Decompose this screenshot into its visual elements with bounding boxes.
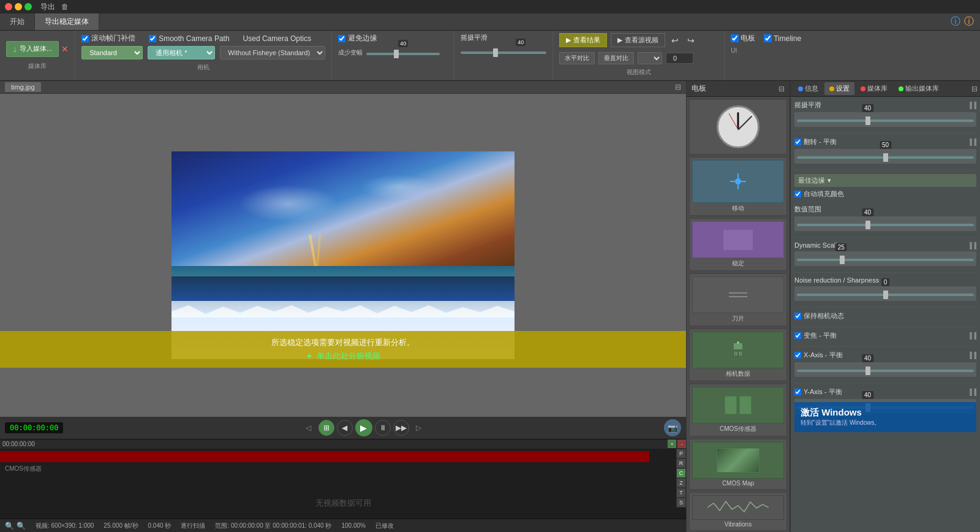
letter-r[interactable]: R — [676, 458, 686, 468]
zoom-in-icon[interactable]: 🔍 — [17, 522, 26, 530]
standard-dropdown[interactable]: Standard — [81, 46, 143, 59]
x-axis-icon[interactable]: ▐▐ — [968, 352, 976, 359]
electric-item-camera-data[interactable]: 0 0 相机数据 — [689, 329, 787, 381]
camera-snapshot-button[interactable]: 📷 — [664, 419, 681, 436]
timeline-checkbox[interactable] — [764, 34, 772, 42]
bookmark-button[interactable]: ⊞ — [318, 420, 334, 436]
info-icon[interactable]: ⓘ — [964, 15, 974, 28]
zoom-out-icon[interactable]: 🔍 — [5, 522, 14, 530]
close-import-icon[interactable]: ✕ — [61, 44, 69, 54]
avoid-edges-checkbox[interactable] — [338, 35, 345, 42]
letter-p[interactable]: P — [676, 449, 686, 458]
analyze-video-button[interactable]: ✦ 单击此处分析视频 — [12, 351, 674, 362]
setting-keep-camera-motion: 保持相机动态 — [794, 311, 976, 321]
universal-camera-dropdown[interactable]: 通用相机 * — [148, 46, 215, 59]
electric-item-cmos-map[interactable]: CMOS Map — [689, 439, 787, 490]
undo-button[interactable]: ↩ — [669, 34, 681, 47]
letter-s[interactable]: S — [676, 498, 686, 507]
vertical-compare-button[interactable]: 垂直对比 — [598, 52, 634, 64]
cmos-display — [692, 387, 784, 424]
tab-info[interactable]: 信息 — [793, 82, 823, 95]
tab-start[interactable]: 开始 — [0, 13, 35, 30]
auto-fill-checkbox[interactable] — [794, 191, 801, 197]
rotation-balance-icon[interactable]: ▐▐ — [968, 139, 976, 145]
letter-c[interactable]: C — [676, 468, 686, 478]
electric-item-cmos[interactable]: CMOS传感器 — [689, 384, 787, 436]
electric-panel-minimize[interactable]: ⊟ — [778, 85, 785, 93]
rotate-input[interactable] — [666, 53, 693, 64]
electric-item-stabilize[interactable]: 稳定 — [689, 218, 787, 271]
best-border-header[interactable]: 最佳边缘 ▾ — [794, 174, 976, 187]
view-mode-label: 视图模式 — [559, 68, 718, 77]
rotation-balance-range[interactable] — [797, 156, 974, 159]
roll-compensation-checkbox[interactable] — [81, 35, 89, 42]
dynamic-scaling-range[interactable] — [797, 259, 974, 261]
timeline-remove-button[interactable]: - — [677, 439, 686, 448]
electric-item-blade[interactable]: 刀片 — [689, 273, 787, 326]
setting-auto-fill: 自动填充颜色 — [794, 189, 976, 199]
zoom-balance-icon[interactable]: ▐▐ — [968, 332, 976, 339]
dot-minimize[interactable] — [15, 3, 22, 10]
timeline-add-button[interactable]: + — [668, 439, 676, 448]
y-axis-icon[interactable]: ▐▐ — [968, 389, 976, 395]
play-button[interactable]: ▶ — [355, 419, 372, 436]
prev-button[interactable]: ◀ — [337, 420, 353, 436]
tab-export[interactable]: 导出稳定媒体 — [35, 13, 99, 30]
smooth-camera-checkbox[interactable] — [149, 35, 156, 42]
letter-z[interactable]: Z — [676, 478, 686, 488]
analyze-text: 单击此处分析视频 — [317, 351, 380, 362]
tab-media[interactable]: 媒体库 — [856, 82, 892, 95]
settings-panel-minimize[interactable]: ⊟ — [971, 85, 978, 93]
x-axis-checkbox[interactable] — [794, 352, 801, 359]
toolbar-import-section: ↓ 导入媒体... ✕ 媒体库 — [0, 31, 75, 80]
value-range-range[interactable] — [797, 224, 974, 226]
electric-item-vibrations[interactable]: Vibrations — [689, 492, 787, 531]
horizontal-compare-button[interactable]: 水平对比 — [559, 52, 595, 64]
video-panel: timg.jpg ⊟ 所选稳定选项需要对视频进行重新分析。 ✦ — [0, 81, 686, 532]
redo-button[interactable]: ↪ — [685, 34, 697, 47]
clock-face — [717, 105, 760, 148]
next-section-button[interactable]: ▷ — [412, 420, 426, 435]
change-amount-slider[interactable] — [366, 53, 440, 55]
next-button[interactable]: ▶▶ — [393, 420, 409, 436]
electric-item-movement[interactable]: 移动 — [689, 157, 787, 216]
dynamic-scaling-icon[interactable]: ▐▐ — [968, 242, 976, 249]
view-video-button[interactable]: ▶ 查看源视频 — [611, 33, 665, 47]
tab-output[interactable]: 输出媒体库 — [894, 82, 944, 95]
pan-smooth-slider[interactable] — [461, 51, 546, 54]
zoom-balance-checkbox[interactable] — [794, 332, 801, 339]
electric-item-clock[interactable] — [689, 99, 787, 154]
status-modified: 已修改 — [375, 522, 394, 530]
tab-settings[interactable]: 设置 — [824, 82, 854, 95]
clouds-overlay — [206, 162, 480, 245]
notification-text: 所选稳定选项需要对视频进行重新分析。 — [12, 337, 674, 348]
dot-close[interactable] — [5, 3, 12, 10]
electric-panel-checkbox[interactable] — [731, 34, 739, 42]
dot-maximize[interactable] — [24, 3, 32, 10]
compare-mode-dropdown[interactable] — [638, 52, 662, 64]
import-media-button[interactable]: ↓ 导入媒体... — [6, 41, 59, 57]
roll-compensation-label: 滚动帧门补偿 — [91, 33, 135, 44]
help-icon[interactable]: ⓘ — [951, 15, 960, 28]
zoom-balance-name: 变焦 - 平衡 — [794, 331, 837, 340]
pause-button[interactable]: ⏸ — [375, 420, 391, 436]
view-result-button[interactable]: ▶ 查看结果 — [559, 33, 607, 47]
fisheye-dropdown[interactable]: Without Fisheye (Standard) — [220, 46, 325, 59]
shake-smooth-range[interactable] — [797, 120, 974, 122]
noise-reduction-range[interactable] — [797, 294, 974, 296]
x-axis-range[interactable] — [797, 370, 974, 372]
y-axis-checkbox[interactable] — [794, 389, 801, 395]
timeline-clip — [0, 451, 649, 462]
file-tab[interactable]: timg.jpg — [5, 82, 41, 92]
trash-icon[interactable]: 🗑 — [61, 2, 69, 11]
movement-label: 移动 — [692, 204, 784, 213]
settings-content: 摇摄平滑 ▐▐ 40 翻转 - 平衡 ▐ — [791, 97, 980, 532]
letter-t[interactable]: T — [676, 488, 686, 498]
prev-section-button[interactable]: ◁ — [301, 420, 316, 435]
shake-smooth-icon[interactable]: ▐▐ — [968, 102, 976, 108]
rotation-balance-checkbox[interactable] — [794, 139, 801, 145]
vibrations-chart — [707, 498, 769, 517]
panel-minimize-icon[interactable]: ⊟ — [675, 83, 681, 91]
keep-camera-motion-checkbox[interactable] — [794, 313, 801, 319]
blade-display — [692, 276, 784, 313]
